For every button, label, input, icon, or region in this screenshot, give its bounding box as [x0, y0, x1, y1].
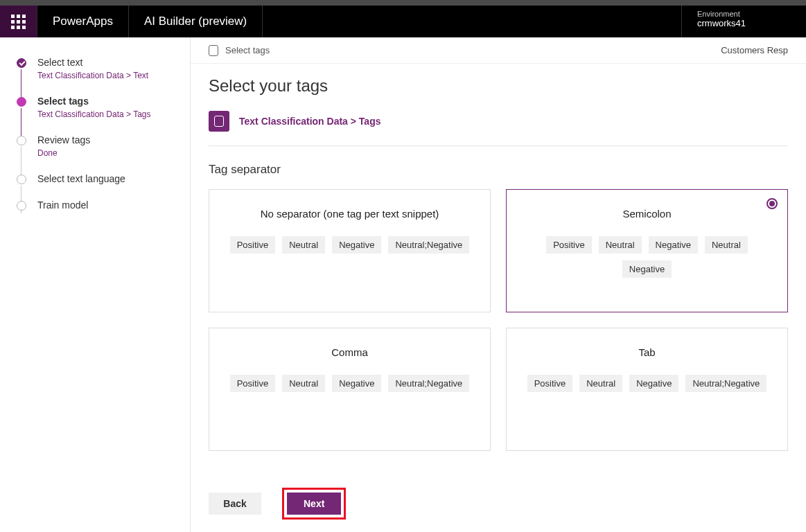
- tag-chip: Neutral;Negative: [685, 375, 766, 392]
- environment-value: crmworks41: [697, 18, 791, 28]
- annotation-highlight: Next: [282, 488, 346, 520]
- step-pending-icon: [17, 201, 26, 211]
- environment-picker[interactable]: Environment crmworks41: [681, 6, 806, 37]
- app-launcher-icon[interactable]: [0, 6, 37, 37]
- tag-list: PositiveNeutralNegativeNeutral;Negative: [226, 375, 473, 392]
- step-title: Train model: [37, 200, 88, 211]
- divider: [209, 145, 788, 146]
- step-pending-icon: [17, 175, 26, 184]
- step-subtitle: Text Classification Data > Tags: [37, 109, 151, 119]
- step-title: Select text: [37, 57, 148, 68]
- environment-label: Environment: [697, 10, 791, 18]
- next-button[interactable]: Next: [287, 493, 341, 515]
- step-select-tags[interactable]: Select tags Text Classification Data > T…: [17, 96, 179, 119]
- back-button[interactable]: Back: [209, 493, 261, 515]
- tag-chip: Neutral: [599, 236, 642, 254]
- card-title: Semicolon: [523, 208, 771, 220]
- step-title: Select tags: [37, 96, 151, 107]
- entity-icon: [209, 111, 229, 132]
- tag-chip: Positive: [230, 236, 276, 254]
- tag-chip: Neutral: [705, 236, 748, 254]
- step-title: Select text language: [37, 173, 125, 184]
- entity-icon: [209, 45, 218, 56]
- tag-chip: Neutral: [579, 375, 622, 392]
- tag-chip: Neutral;Negative: [388, 375, 469, 392]
- step-select-text[interactable]: Select text Text Classification Data > T…: [17, 57, 179, 80]
- selected-field-path: Text Classification Data > Tags: [239, 116, 381, 127]
- radio-selected-icon: [766, 198, 778, 209]
- step-title: Review tags: [37, 134, 90, 145]
- wizard-footer: Back Next: [209, 488, 346, 520]
- step-done-icon: [17, 58, 26, 68]
- area-label: AI Builder (preview): [129, 6, 263, 37]
- tag-chip: Positive: [546, 236, 592, 254]
- tag-chip: Negative: [332, 236, 381, 254]
- top-bar: PowerApps AI Builder (preview) Environme…: [0, 6, 806, 37]
- selected-field-chip[interactable]: Text Classification Data > Tags: [209, 111, 788, 132]
- separator-card[interactable]: TabPositiveNeutralNegativeNeutral;Negati…: [506, 328, 788, 451]
- tag-chip: Positive: [230, 375, 276, 392]
- step-subtitle: Done: [37, 148, 90, 158]
- tag-chip: Negative: [649, 236, 698, 254]
- tag-chip: Neutral;Negative: [388, 236, 469, 254]
- breadcrumb-bar: Select tags Customers Resp: [191, 37, 806, 64]
- tag-chip: Negative: [622, 260, 672, 278]
- page-title: Select your tags: [209, 76, 788, 96]
- card-title: No separator (one tag per text snippet): [226, 208, 473, 220]
- step-select-language[interactable]: Select text language: [17, 173, 179, 184]
- step-subtitle: Text Classification Data > Text: [37, 71, 148, 80]
- step-train-model[interactable]: Train model: [17, 200, 179, 211]
- step-pending-icon: [17, 136, 26, 145]
- step-review-tags[interactable]: Review tags Done: [17, 134, 179, 158]
- tag-chip: Neutral: [282, 375, 325, 392]
- main-content: Select tags Customers Resp Select your t…: [191, 37, 806, 532]
- breadcrumb-right: Customers Resp: [721, 45, 788, 55]
- tag-chip: Negative: [332, 375, 381, 392]
- wizard-steps-sidebar: Select text Text Classification Data > T…: [0, 37, 191, 532]
- card-title: Comma: [226, 346, 473, 358]
- separator-card[interactable]: No separator (one tag per text snippet)P…: [209, 189, 491, 312]
- separator-card[interactable]: CommaPositiveNeutralNegativeNeutral;Nega…: [209, 328, 491, 451]
- breadcrumb-left: Select tags: [225, 45, 270, 55]
- tag-list: PositiveNeutralNegativeNeutral;Negative: [523, 375, 771, 392]
- tag-chip: Positive: [527, 375, 573, 392]
- card-title: Tab: [523, 346, 771, 358]
- tag-list: PositiveNeutralNegativeNeutral;Negative: [226, 236, 473, 254]
- step-active-icon: [17, 97, 26, 107]
- tag-chip: Negative: [629, 375, 678, 392]
- separator-card[interactable]: SemicolonPositiveNeutralNegativeNeutralN…: [506, 189, 788, 312]
- brand-label[interactable]: PowerApps: [37, 6, 129, 37]
- tag-list: PositiveNeutralNegativeNeutralNegative: [523, 236, 771, 278]
- tag-chip: Neutral: [282, 236, 325, 254]
- section-title: Tag separator: [209, 163, 788, 177]
